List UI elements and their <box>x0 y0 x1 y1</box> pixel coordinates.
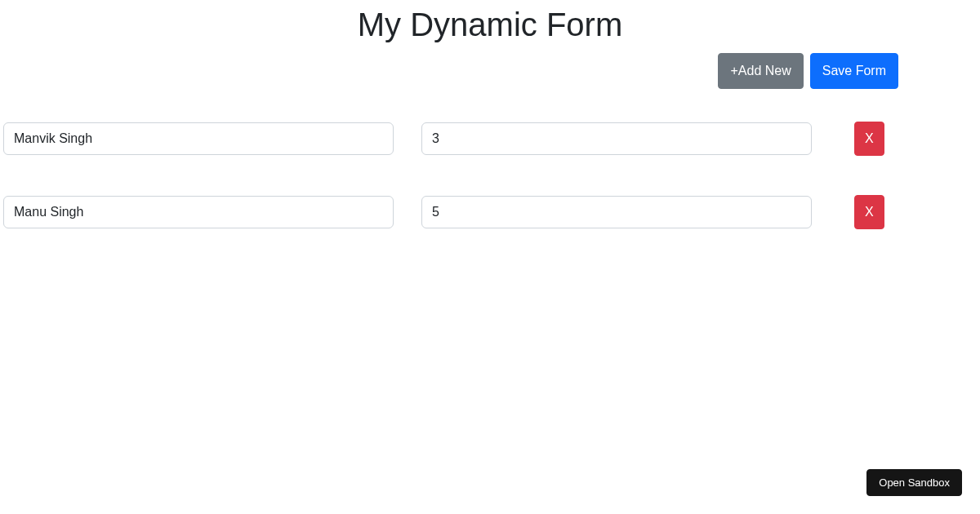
page-container: My Dynamic Form +Add New Save Form X X <box>0 7 980 229</box>
remove-row-button[interactable]: X <box>854 195 884 229</box>
form-row: X <box>0 195 980 229</box>
remove-row-button[interactable]: X <box>854 122 884 156</box>
name-input[interactable] <box>3 122 394 155</box>
save-form-button[interactable]: Save Form <box>810 53 898 89</box>
value-input[interactable] <box>421 122 812 155</box>
add-new-button[interactable]: +Add New <box>718 53 803 89</box>
name-input[interactable] <box>3 196 394 228</box>
page-title: My Dynamic Form <box>0 7 980 43</box>
toolbar: +Add New Save Form <box>82 53 898 89</box>
open-sandbox-button[interactable]: Open Sandbox <box>866 469 962 496</box>
form-rows: X X <box>0 122 980 229</box>
value-input[interactable] <box>421 196 812 228</box>
form-row: X <box>0 122 980 156</box>
